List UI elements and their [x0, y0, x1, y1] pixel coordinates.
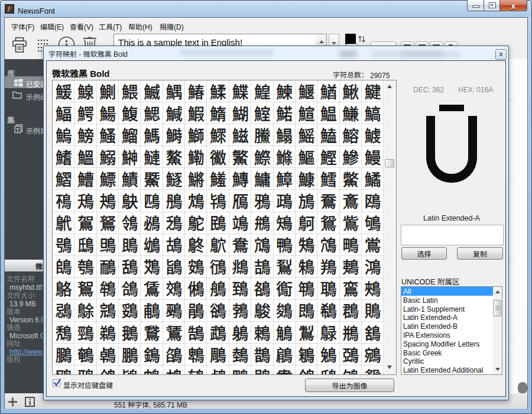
svg-text:T: T	[16, 126, 20, 134]
